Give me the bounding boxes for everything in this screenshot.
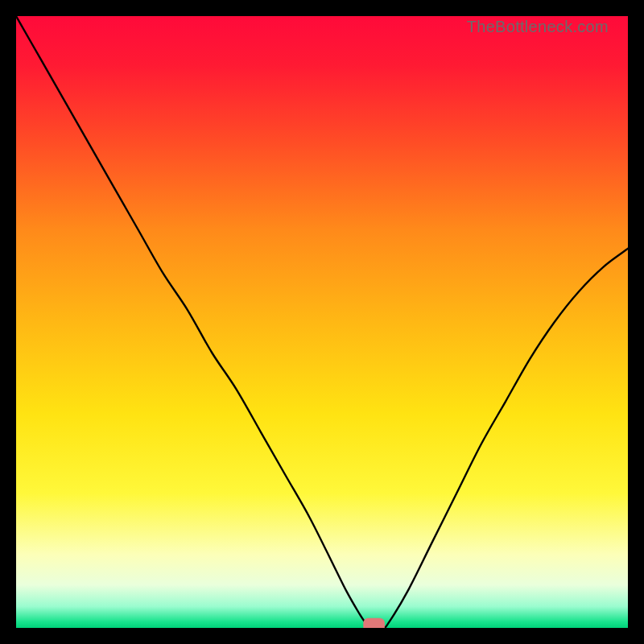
plot-area [16,16,628,628]
watermark-text: TheBottleneck.com [467,18,609,36]
optimum-marker [363,618,385,628]
chart-frame: TheBottleneck.com [16,16,628,628]
gradient-background [16,16,628,628]
bottleneck-chart [16,16,628,628]
